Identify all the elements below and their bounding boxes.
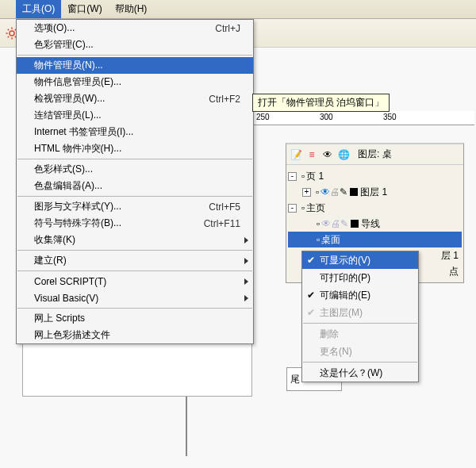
ruler-tick: 250 (256, 113, 270, 121)
menu-view-manager[interactable]: 检视管理员(W)... Ctrl+F2 (17, 90, 253, 107)
menu-corel-script[interactable]: Corel SCRIPT(T) (17, 273, 253, 290)
ruler-tick: 300 (320, 113, 333, 121)
check-icon: ✔ (307, 255, 315, 266)
ctx-whats-this[interactable]: 这是什么？(W) (302, 364, 418, 382)
ctx-printable[interactable]: 可打印的(P) (302, 269, 418, 286)
ruler: 250 300 350 (252, 111, 474, 125)
menu-web-color-profile[interactable]: 网上色彩描述文件 (17, 327, 253, 343)
page-icon: ▫ (301, 202, 305, 213)
menu-separator (303, 323, 417, 324)
menu-link-manager[interactable]: 连结管理员(L)... (17, 107, 253, 124)
menu-window[interactable]: 窗口(W) (61, 0, 108, 18)
tree-layer1[interactable]: + ▫ 👁🖨✎ 图层 1 (288, 184, 462, 200)
menu-object-info-manager[interactable]: 物件信息管理员(E)... (17, 74, 253, 90)
ctx-master-layer: ✔ 主图层(M) (302, 304, 418, 321)
check-icon: ✔ (307, 307, 315, 318)
menu-separator (17, 270, 252, 271)
tree-desktop[interactable]: ▫ 桌面 (288, 232, 462, 247)
svg-point-0 (10, 31, 14, 36)
menu-tools[interactable]: 工具(O) (16, 0, 61, 18)
collapse-icon[interactable]: - (288, 172, 297, 181)
list-icon[interactable]: ≡ (305, 148, 318, 161)
menu-separator (17, 250, 252, 251)
menu-palette-editor[interactable]: 色盘编辑器(A)... (17, 178, 253, 194)
menu-separator (17, 159, 252, 159)
chevron-right-icon (244, 278, 248, 285)
menubar: 工具(O) 窗口(W) 帮助(H) (0, 0, 476, 19)
canvas-divider (186, 397, 187, 456)
color-swatch (351, 220, 359, 228)
world-icon[interactable]: 🌐 (337, 148, 350, 161)
menu-color-management[interactable]: 色彩管理(C)... (17, 36, 253, 53)
tree-master-page[interactable]: - ▫ 主页 (288, 200, 462, 216)
menu-separator (17, 55, 252, 56)
chevron-right-icon (244, 237, 248, 244)
menu-symbols[interactable]: 符号与特殊字符(B)... Ctrl+F11 (17, 215, 253, 232)
panel-toolbar: 📝 ≡ 👁 🌐 图层: 桌 (286, 144, 463, 165)
menu-separator (17, 308, 252, 309)
ctx-delete: 删除 (302, 325, 418, 343)
menu-separator (303, 362, 417, 363)
edit-icon[interactable]: 📝 (290, 148, 302, 161)
menu-create[interactable]: 建立(R) (17, 252, 253, 269)
eye-icon[interactable]: 👁 (321, 148, 334, 161)
menu-help[interactable]: 帮助(H) (109, 0, 154, 18)
tools-dropdown: 选项(O)... Ctrl+J 色彩管理(C)... 物件管理员(N)... 物… (16, 19, 254, 344)
tree-page[interactable]: - ▫ 页 1 (288, 168, 462, 184)
check-icon: ✔ (307, 290, 315, 301)
menu-options[interactable]: 选项(O)... Ctrl+J (17, 20, 253, 36)
menu-graphic-text-styles[interactable]: 图形与文字样式(Y)... Ctrl+F5 (17, 198, 253, 215)
layer-icon: ▫ (316, 186, 319, 198)
menu-scrapbook[interactable]: 收集簿(K) (17, 232, 253, 248)
ruler-tick: 350 (383, 113, 397, 121)
chevron-right-icon (244, 295, 248, 301)
ctx-visible[interactable]: ✔ 可显示的(V) (302, 251, 418, 269)
tooltip: 打开「物件管理员 泊坞窗口」 (252, 94, 390, 112)
menu-visual-basic[interactable]: Visual Basic(V) (17, 290, 253, 306)
menu-html-conflict[interactable]: HTML 物件冲突(H)... (17, 140, 253, 157)
layer-context-menu: ✔ 可显示的(V) 可打印的(P) ✔ 可编辑的(E) ✔ 主图层(M) 删除 … (301, 251, 419, 382)
tree-guides[interactable]: ▫ 👁🖨✎ 导线 (288, 216, 462, 232)
ctx-editable[interactable]: ✔ 可编辑的(E) (302, 286, 418, 304)
layer-label: 图层: 桌 (358, 148, 392, 161)
menu-bookmark-manager[interactable]: Internet 书签管理员(I)... (17, 124, 253, 140)
chevron-right-icon (244, 258, 248, 264)
menu-separator (17, 196, 252, 197)
color-swatch (350, 188, 358, 196)
ctx-rename: 更名(N) (302, 343, 418, 360)
menu-color-styles[interactable]: 色彩样式(S)... (17, 161, 253, 178)
menu-object-manager[interactable]: 物件管理员(N)... (17, 57, 253, 74)
expand-icon[interactable]: + (302, 188, 311, 197)
menu-web-scripts[interactable]: 网上 Scripts (17, 310, 253, 327)
page-icon: ▫ (301, 171, 305, 182)
collapse-icon[interactable]: - (288, 204, 297, 213)
